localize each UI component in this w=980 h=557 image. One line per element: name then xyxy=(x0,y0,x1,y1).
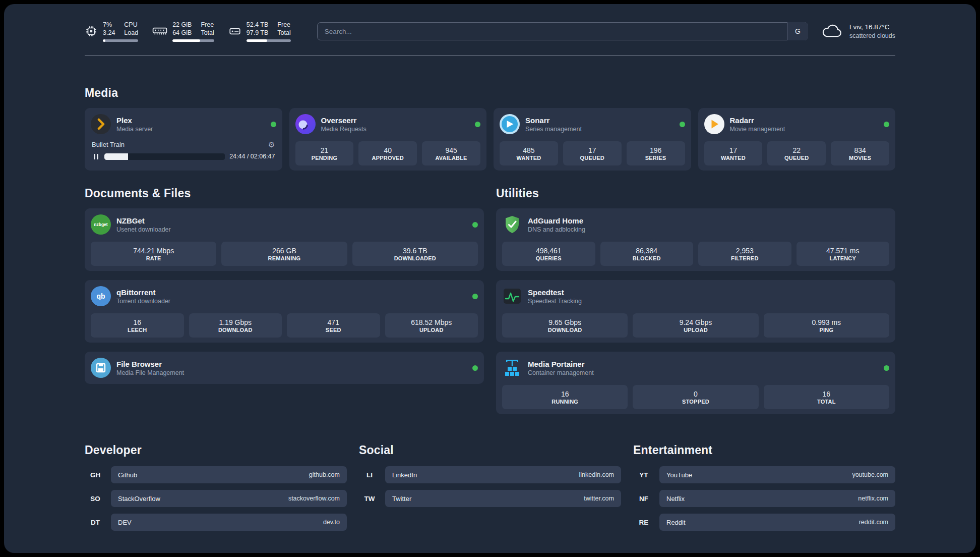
bookmark-domain: youtube.com xyxy=(852,471,888,478)
stat-value: 17 xyxy=(588,146,596,154)
weather-condition: scattered clouds xyxy=(849,32,895,40)
bookmark-domain: dev.to xyxy=(323,519,340,526)
bookmark-link-github[interactable]: Github github.com xyxy=(111,466,347,483)
disk-total-label: Total xyxy=(277,29,290,37)
nzbget-icon: nzbget xyxy=(91,214,111,235)
stat-tile: 47.571 ms LATENCY xyxy=(797,242,890,266)
overseerr-card[interactable]: Overseerr Media Requests 21 PENDING 40 A… xyxy=(289,108,487,171)
stat-label: STOPPED xyxy=(682,399,709,405)
stat-label: DOWNLOADED xyxy=(394,255,436,261)
nzbget-card[interactable]: nzbget NZBGet Usenet downloader 744.21 M… xyxy=(85,208,484,271)
app-name: Speedtest xyxy=(528,288,582,297)
plex-card[interactable]: Plex Media server Bullet Train ⚙ 24:44 /… xyxy=(85,108,282,171)
bookmark-row: GH Github github.com xyxy=(85,466,347,483)
qbittorrent-card[interactable]: qb qBittorrent Torrent downloader 16 LEE… xyxy=(85,280,484,343)
bookmark-link-linkedin[interactable]: LinkedIn linkedin.com xyxy=(385,466,621,483)
filebrowser-card[interactable]: File Browser Media File Management xyxy=(85,352,484,384)
stat-tile: 17 WANTED xyxy=(704,141,763,165)
speedtest-icon xyxy=(502,286,522,306)
status-dot xyxy=(475,122,480,127)
media-grid: Plex Media server Bullet Train ⚙ 24:44 /… xyxy=(85,108,895,171)
stat-label: PENDING xyxy=(312,155,338,161)
utilities-heading: Utilities xyxy=(496,187,895,200)
stat-label: QUEUED xyxy=(580,155,604,161)
entertainment-section: Entertainment YT YouTube youtube.com NF … xyxy=(633,443,895,537)
stat-value: 40 xyxy=(384,146,392,154)
bookmark-name: Twitter xyxy=(392,495,411,503)
bookmark-row: LI LinkedIn linkedin.com xyxy=(359,466,621,483)
bookmark-name: StackOverflow xyxy=(118,495,160,503)
disk-labels: Free Total xyxy=(277,21,290,37)
sonarr-card[interactable]: Sonarr Series management 485 WANTED 17 Q… xyxy=(494,108,691,171)
speedtest-card[interactable]: Speedtest Speedtest Tracking 9.65 Gbps D… xyxy=(496,280,895,343)
status-dot xyxy=(472,294,478,299)
bookmark-abbr: RE xyxy=(633,519,654,526)
bookmark-link-reddit[interactable]: Reddit reddit.com xyxy=(659,514,895,531)
stat-label: QUEUED xyxy=(784,155,809,161)
radarr-card[interactable]: Radarr Movie management 17 WANTED 22 QUE… xyxy=(698,108,896,171)
bookmark-link-youtube[interactable]: YouTube youtube.com xyxy=(659,466,895,483)
ram-free-label: Free xyxy=(201,21,214,29)
disk-values: 52.4 TB 97.9 TB xyxy=(247,21,269,37)
app-name: AdGuard Home xyxy=(528,216,585,226)
ram-total-value: 64 GiB xyxy=(172,29,192,37)
app-name: Radarr xyxy=(730,116,785,125)
bookmark-link-netflix[interactable]: Netflix netflix.com xyxy=(659,490,895,507)
stat-tile: 485 WANTED xyxy=(500,141,558,165)
stat-value: 47.571 ms xyxy=(826,247,859,255)
portainer-card[interactable]: Media Portainer Container management 16 … xyxy=(496,352,895,414)
stat-label: RATE xyxy=(146,255,161,261)
stat-value: 9.24 Gbps xyxy=(680,318,712,326)
ram-free-value: 22 GiB xyxy=(172,21,192,29)
cpu-widget: 7% 3.24 CPU Load xyxy=(85,21,138,42)
stat-value: 0 xyxy=(694,390,698,398)
stat-label: PING xyxy=(819,327,833,333)
disk-widget: 52.4 TB 97.9 TB Free Total xyxy=(228,21,291,42)
stat-label: UPLOAD xyxy=(419,327,444,333)
stat-tile: 9.65 Gbps DOWNLOAD xyxy=(502,313,628,338)
stat-tile: 2,953 FILTERED xyxy=(698,242,791,266)
stat-tile: 1.19 Gbps DOWNLOAD xyxy=(189,313,282,338)
app-subtitle: Media File Management xyxy=(116,369,184,377)
bookmark-name: Github xyxy=(118,471,137,479)
pause-icon[interactable] xyxy=(92,153,100,160)
bookmark-link-twitter[interactable]: Twitter twitter.com xyxy=(385,490,621,507)
bookmark-abbr: YT xyxy=(633,471,654,479)
topbar: 7% 3.24 CPU Load xyxy=(85,19,895,43)
ram-icon xyxy=(152,26,167,37)
disk-free-value: 52.4 TB xyxy=(247,21,269,29)
ram-usage-fill xyxy=(172,39,200,42)
stat-value: 9.65 Gbps xyxy=(548,318,581,326)
stat-label: RUNNING xyxy=(552,399,578,405)
stat-value: 16 xyxy=(561,390,569,398)
stat-value: 16 xyxy=(133,318,141,326)
stat-tile: 21 PENDING xyxy=(295,141,354,165)
playback-progress-bar[interactable] xyxy=(104,153,225,160)
search-input[interactable] xyxy=(317,22,808,40)
app-name: Overseerr xyxy=(321,116,366,125)
bookmark-row: RE Reddit reddit.com xyxy=(633,514,895,531)
stat-label: AVAILABLE xyxy=(436,155,467,161)
gear-icon[interactable]: ⚙ xyxy=(268,141,275,148)
disk-total-value: 97.9 TB xyxy=(247,29,269,37)
stat-tile: 945 AVAILABLE xyxy=(422,141,480,165)
stat-value: 834 xyxy=(854,146,866,154)
status-dot xyxy=(472,222,478,228)
qbittorrent-icon: qb xyxy=(91,286,111,306)
plex-icon xyxy=(91,114,111,134)
cloud-icon xyxy=(820,23,843,40)
adguard-card[interactable]: AdGuard Home DNS and adblocking 498,461 … xyxy=(496,208,895,271)
ram-usage-bar xyxy=(172,39,214,42)
bookmark-domain: netflix.com xyxy=(858,495,888,502)
stat-value: 471 xyxy=(328,318,339,326)
bookmark-row: YT YouTube youtube.com xyxy=(633,466,895,483)
bookmark-name: LinkedIn xyxy=(392,471,417,479)
bookmark-link-stackoverflow[interactable]: StackOverflow stackoverflow.com xyxy=(111,490,347,507)
media-section: Media Plex Media server xyxy=(85,86,895,171)
bookmark-link-dev[interactable]: DEV dev.to xyxy=(111,514,347,531)
ram-total-label: Total xyxy=(201,29,214,37)
media-heading: Media xyxy=(85,86,895,100)
search-engine-button[interactable]: G xyxy=(787,22,808,40)
bookmark-row: TW Twitter twitter.com xyxy=(359,490,621,507)
stat-value: 17 xyxy=(729,146,738,154)
